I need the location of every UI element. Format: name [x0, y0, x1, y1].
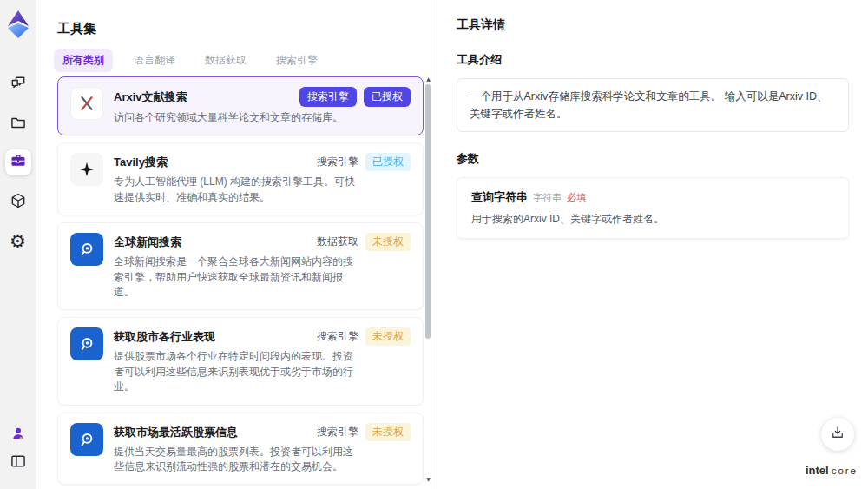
auth-badge: 已授权 — [364, 87, 411, 107]
scrollbar[interactable]: ▲ ▼ — [424, 76, 432, 484]
sidebar-item-models[interactable] — [5, 189, 31, 215]
tool-card[interactable]: 全球新闻搜索 数据获取 未授权 全球新闻搜索是一个聚合全球各大新闻网站内容的搜索… — [57, 222, 424, 310]
tool-desc: 专为人工智能代理 (LLM) 构建的搜索引擎工具。可快速提供实时、准确和真实的结… — [114, 175, 357, 205]
bluesearch-icon — [70, 233, 103, 266]
bluesearch-icon — [70, 327, 103, 360]
tool-desc: 全球新闻搜索是一个聚合全球各大新闻网站内容的搜索引擎，帮助用户快速获取全球最新资… — [114, 254, 357, 300]
tab-search[interactable]: 搜索引擎 — [267, 49, 326, 72]
params-section-title: 参数 — [457, 151, 849, 167]
sidebar-item-chat[interactable] — [5, 71, 31, 97]
category-badge: 搜索引擎 — [317, 329, 358, 344]
tool-card[interactable]: Tavily搜索 搜索引擎 已授权 专为人工智能代理 (LLM) 构建的搜索引擎… — [57, 142, 424, 215]
tool-desc: 访问各个研究领域大量科学论文和文章的存储库。 — [114, 110, 357, 125]
user-icon — [10, 425, 27, 446]
param-name: 查询字符串 — [471, 189, 528, 205]
tab-all[interactable]: 所有类别 — [54, 49, 113, 72]
sidebar-item-files[interactable] — [5, 111, 31, 137]
category-badge: 搜索引擎 — [299, 87, 357, 107]
tool-list: Arxiv文献搜索 搜索引擎 已授权 访问各个研究领域大量科学论文和文章的存储库… — [57, 76, 424, 489]
detail-panel: 工具详情 工具介绍 一个用于从Arxiv存储库搜索科学论文和文章的工具。 输入可… — [437, 0, 868, 489]
intro-section-title: 工具介绍 — [457, 52, 849, 68]
tool-title: Tavily搜索 — [114, 155, 168, 169]
chat-icon — [10, 74, 27, 95]
gear-icon: ⚙ — [10, 233, 26, 251]
sidebar-item-collapse[interactable] — [5, 450, 31, 476]
panel-toggle-icon — [10, 453, 27, 473]
tool-desc: 提供股票市场各个行业在特定时间段内的表现。投资者可以利用这些信息来识别表现优于或… — [114, 349, 357, 394]
tavily-icon — [70, 153, 103, 186]
sidebar: ⚙ — [0, 0, 36, 489]
cube-icon — [10, 192, 27, 213]
sidebar-item-tools[interactable] — [5, 149, 31, 175]
scrollbar-thumb[interactable] — [425, 84, 431, 339]
category-badge: 搜索引擎 — [317, 155, 358, 169]
intel-wordmark: intel — [806, 464, 829, 477]
auth-badge: 未授权 — [365, 423, 411, 441]
download-icon — [830, 425, 845, 444]
category-badge: 搜索引擎 — [317, 425, 358, 439]
bluesearch-icon — [70, 423, 103, 456]
intel-core-logo: intelcore — [806, 464, 858, 477]
param-card: 查询字符串 字符串 必填 用于搜索的Arxiv ID、关键字或作者姓名。 — [457, 177, 849, 239]
arxiv-icon — [70, 87, 103, 120]
tools-panel: 工具集 所有类别语言翻译数据获取搜索引擎 Arxiv文献搜索 搜索引擎 已授权 … — [36, 0, 437, 489]
param-desc: 用于搜索的Arxiv ID、关键字或作者姓名。 — [471, 212, 834, 227]
toolbox-icon — [10, 152, 27, 173]
auth-badge: 未授权 — [365, 327, 411, 346]
tool-intro-text: 一个用于从Arxiv存储库搜索科学论文和文章的工具。 输入可以是Arxiv ID… — [457, 78, 849, 132]
auth-badge: 已授权 — [365, 153, 411, 171]
auth-badge: 未授权 — [365, 233, 411, 251]
tab-data[interactable]: 数据获取 — [196, 49, 255, 72]
tool-card[interactable]: 获取股市各行业表现 搜索引擎 未授权 提供股票市场各个行业在特定时间段内的表现。… — [57, 317, 424, 405]
sidebar-item-settings[interactable]: ⚙ — [5, 228, 31, 254]
category-badge: 数据获取 — [317, 235, 358, 249]
download-button[interactable] — [821, 418, 854, 451]
scroll-up-icon[interactable]: ▲ — [424, 76, 432, 82]
param-type: 字符串 — [533, 191, 562, 204]
tool-desc: 提供当天交易量最高的股票列表。投资者可以利用这些信息来识别流动性强的股票和潜在的… — [114, 445, 357, 475]
tool-title: 获取市场最活跃股票信息 — [114, 426, 238, 439]
tool-card[interactable]: 获取市场最活跃股票信息 搜索引擎 未授权 提供当天交易量最高的股票列表。投资者可… — [57, 413, 424, 486]
tool-title: 全球新闻搜索 — [114, 235, 181, 248]
sidebar-item-account[interactable] — [5, 422, 31, 448]
detail-panel-title: 工具详情 — [457, 17, 849, 33]
tool-title: 获取股市各行业表现 — [114, 330, 215, 343]
tools-panel-title: 工具集 — [57, 21, 96, 37]
tab-translate[interactable]: 语言翻译 — [125, 49, 184, 72]
tool-card[interactable]: Arxiv文献搜索 搜索引擎 已授权 访问各个研究领域大量科学论文和文章的存储库… — [57, 76, 424, 135]
scroll-down-icon[interactable]: ▼ — [424, 477, 432, 482]
tool-title: Arxiv文献搜索 — [114, 90, 187, 103]
app-logo-icon — [3, 7, 33, 43]
param-required-badge: 必填 — [567, 191, 586, 204]
category-tabs: 所有类别语言翻译数据获取搜索引擎 — [54, 49, 326, 72]
folder-icon — [10, 114, 27, 135]
core-wordmark: core — [832, 466, 858, 476]
